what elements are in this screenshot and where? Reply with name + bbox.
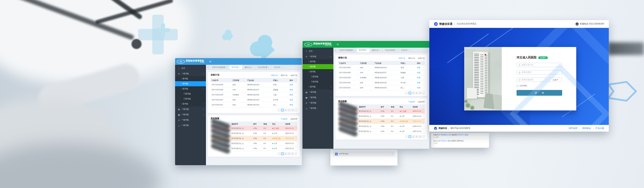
sidebar-item[interactable]: ⊙一级导航 <box>175 117 206 123</box>
tab[interactable]: 产品分类设置⊙ <box>383 48 399 52</box>
password-field[interactable]: 请填写密码 <box>517 70 562 75</box>
page-button[interactable]: 1 <box>281 152 284 155</box>
page-button[interactable]: ‹ <box>405 135 408 138</box>
page-button[interactable]: 3 <box>415 135 418 138</box>
footer-link[interactable]: 密钥驱动 <box>582 127 591 130</box>
view-link[interactable]: 查看 <box>288 84 297 86</box>
remember-checkbox[interactable] <box>517 85 519 87</box>
sidebar-item[interactable]: 二级导航 <box>175 76 206 81</box>
page-button[interactable]: ‹ <box>405 92 408 94</box>
sidebar-item[interactable]: △一级导航 <box>303 105 333 111</box>
menu-icon[interactable]: ≡ <box>337 43 338 46</box>
page-button[interactable]: 2 <box>412 135 415 138</box>
view-link[interactable]: 查看 <box>288 94 297 96</box>
sidebar-item[interactable]: ▤一级导航∨ <box>303 89 333 95</box>
page-button[interactable]: 1 <box>281 109 284 111</box>
sidebar-item[interactable]: 三级导航 <box>303 79 333 84</box>
sidebar-item[interactable]: 二级导航∨ <box>303 84 333 89</box>
username-field[interactable]: 请填写用户名 <box>517 63 562 67</box>
card-link[interactable]: 产品库存 <box>281 118 287 120</box>
tab[interactable]: 通知公告⊙ <box>370 48 383 52</box>
card-link[interactable]: 高值计划 <box>290 74 297 76</box>
view-link[interactable]: 查看 <box>416 87 425 89</box>
card-link[interactable]: 预约计划 <box>281 74 287 76</box>
status-badge: 正常 <box>399 130 412 132</box>
page-button[interactable]: 2 <box>412 92 415 94</box>
card-link[interactable]: 高值库存 <box>418 101 425 103</box>
cell: 外科 <box>231 89 246 91</box>
menu-icon[interactable]: ≡ <box>209 60 211 63</box>
feed-link[interactable]: 风韵精英小分队 <box>440 134 451 136</box>
footer-company: 博健科技 <box>438 127 447 130</box>
page-button[interactable]: › <box>422 135 425 138</box>
page-button[interactable]: 3 <box>288 109 290 111</box>
collapse-icon[interactable]: « <box>333 49 337 51</box>
page-button[interactable]: 4 <box>419 92 421 94</box>
card-link[interactable]: 高值计划 <box>418 57 425 59</box>
page-button[interactable]: 1 <box>409 135 411 138</box>
expand-icon[interactable]: ⤢ <box>391 153 393 155</box>
sidebar-item[interactable]: 三级导航 <box>175 91 206 96</box>
feed-link[interactable]: 5 月日常小需求 <box>440 140 451 142</box>
view-link[interactable]: 查看 <box>288 104 297 106</box>
collapse-icon[interactable]: « <box>206 66 210 68</box>
view-link[interactable]: 查看 <box>288 99 297 101</box>
tab[interactable]: 产品分类设置⊙ <box>255 65 271 69</box>
sidebar-item[interactable]: ✎一级导航∧ <box>175 71 206 76</box>
sidebar-item-active[interactable]: 二级导航 <box>175 81 206 86</box>
tab[interactable]: 通知公告⊙ <box>243 65 255 69</box>
sidebar-item[interactable]: 二级导航∨ <box>175 101 206 106</box>
view-link[interactable]: 查看 <box>416 72 425 74</box>
page-button[interactable]: › <box>294 152 297 155</box>
view-link[interactable]: 查看 <box>416 77 425 79</box>
page-button[interactable]: 4 <box>291 109 294 111</box>
tab[interactable]: 资质证件效期预警⊙ <box>337 48 357 52</box>
tab[interactable]: 产品出库⊙ <box>271 65 284 69</box>
sidebar-item[interactable]: ▦一级导航∨ <box>303 95 333 100</box>
tab[interactable]: 用户管理⊙ <box>357 48 370 52</box>
page-button[interactable]: › <box>422 92 425 94</box>
card-link[interactable]: 产品库存 <box>408 101 415 103</box>
page-button[interactable]: 3 <box>288 152 290 155</box>
sidebar-item[interactable]: 二级导航 <box>303 59 333 64</box>
view-link[interactable]: 查看 <box>288 89 297 91</box>
card-link[interactable]: 领用计划 <box>398 57 405 59</box>
sidebar-item[interactable]: ▤一级导航∨ <box>175 106 206 112</box>
sidebar-item[interactable]: 三级导航 <box>175 96 206 101</box>
card-link[interactable]: 预约计划 <box>408 57 415 59</box>
hospital-building-image <box>464 47 502 110</box>
sidebar-item[interactable]: ⌂首页 <box>175 65 206 71</box>
sidebar-item[interactable]: ⌂首页 <box>303 48 333 54</box>
sidebar-item[interactable]: 二级导航∧ <box>303 69 333 74</box>
captcha-field[interactable]: 请填写验证码 <box>517 78 547 82</box>
feed-link[interactable]: 5月日常小需求 <box>458 134 468 136</box>
footer-link[interactable]: 操作说明 <box>569 127 578 130</box>
tab[interactable]: 资质证件效期预警⊙ <box>210 65 229 69</box>
login-button[interactable]: 登 录 <box>517 90 562 96</box>
list-item[interactable]: ▤ 生产许可证 ⤢ <box>333 151 395 156</box>
page-button[interactable]: 4 <box>291 152 294 155</box>
page-button[interactable]: › <box>294 109 297 111</box>
captcha-image[interactable]: 6+8=? <box>549 78 562 82</box>
page-button[interactable]: 4 <box>419 135 421 138</box>
page-button[interactable]: 1 <box>409 92 411 94</box>
sidebar-item[interactable]: ▦一级导航∨ <box>175 112 206 117</box>
sidebar-item[interactable]: 三级导航 <box>303 74 333 79</box>
view-link[interactable]: 查看 <box>416 82 425 84</box>
page-button[interactable]: ‹ <box>278 109 280 111</box>
page-button[interactable]: 2 <box>284 152 287 155</box>
footer-link[interactable]: 常见问题 <box>595 127 604 130</box>
tab[interactable]: 用户管理⊙ <box>229 65 242 69</box>
page-button[interactable]: ‹ <box>278 152 280 155</box>
view-link[interactable]: 查看 <box>416 66 425 68</box>
sidebar-item[interactable]: △一级导航 <box>175 123 206 128</box>
page-button[interactable]: 3 <box>415 92 418 94</box>
tab[interactable]: 产品出库⊙ <box>399 48 412 52</box>
card-link[interactable]: 领用计划 <box>271 74 278 76</box>
sidebar-item-active[interactable]: 二级导航 <box>303 64 333 69</box>
page-button[interactable]: 2 <box>284 109 287 111</box>
card-link[interactable]: 高值库存 <box>290 118 297 120</box>
sidebar-item[interactable]: 二级导航∧ <box>175 86 206 91</box>
sidebar-item[interactable]: ✎一级导航∧ <box>303 54 333 59</box>
sidebar-item[interactable]: ⊙一级导航 <box>303 100 333 105</box>
